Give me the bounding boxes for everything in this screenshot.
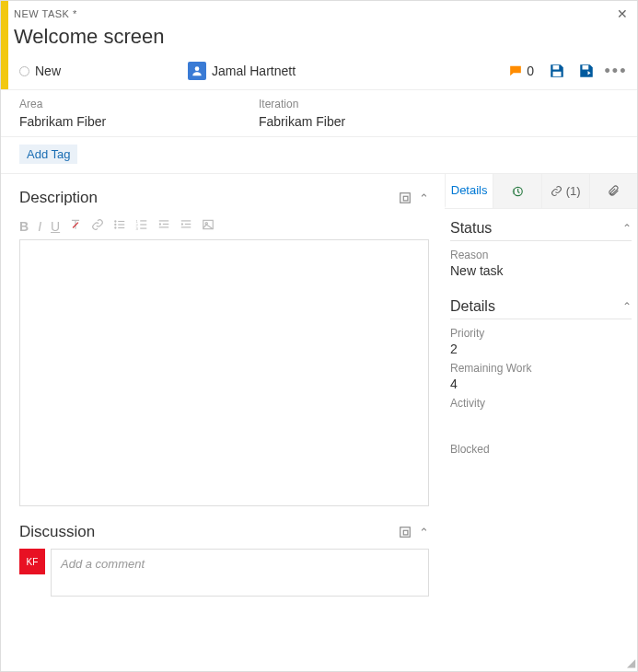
right-tabs: Details (1) [445, 174, 637, 209]
svg-rect-4 [400, 192, 411, 203]
tab-attachments[interactable] [589, 174, 637, 208]
svg-rect-23 [181, 226, 191, 227]
comment-count: 0 [527, 64, 534, 78]
work-item-title[interactable]: Welcome screen [14, 25, 624, 49]
svg-rect-15 [140, 220, 146, 221]
right-column: Details (1) Status ⌃ Reason New task Det… [444, 174, 637, 611]
resize-handle[interactable]: ◢ [627, 656, 635, 669]
header-toolbar: ••• [549, 63, 624, 79]
more-actions-button[interactable]: ••• [608, 63, 624, 79]
svg-point-7 [114, 224, 116, 226]
history-icon [511, 185, 524, 198]
activity-value[interactable] [450, 411, 632, 426]
current-user-avatar: KF [19, 549, 45, 574]
assignee-name: Jamal Hartnett [212, 64, 296, 78]
comments-indicator[interactable]: 0 [508, 64, 534, 78]
assigned-to-field[interactable]: Jamal Hartnett [188, 62, 503, 80]
remaining-work-value[interactable]: 4 [450, 377, 632, 391]
save-button[interactable] [549, 63, 565, 79]
area-value: Fabrikam Fiber [19, 114, 222, 129]
svg-rect-2 [553, 72, 562, 76]
collapse-details-button[interactable]: ⌃ [622, 300, 632, 313]
svg-text:3: 3 [136, 226, 139, 231]
svg-rect-27 [403, 530, 408, 535]
links-count: (1) [566, 184, 581, 198]
svg-rect-11 [118, 227, 124, 228]
maximize-discussion-icon[interactable] [399, 526, 412, 539]
reason-label: Reason [450, 249, 632, 261]
details-section: Details ⌃ Priority 2 Remaining Work 4 Ac… [445, 287, 637, 459]
tab-history[interactable] [493, 174, 540, 208]
reason-value[interactable]: New task [450, 263, 632, 278]
svg-rect-19 [163, 224, 168, 225]
work-item-body: Description ⌃ B I U 123 [1, 174, 637, 611]
svg-rect-5 [403, 196, 408, 201]
classification-row: Area Fabrikam Fiber Iteration Fabrikam F… [1, 89, 637, 137]
iteration-value: Fabrikam Fiber [259, 114, 461, 129]
tab-details[interactable]: Details [445, 174, 493, 208]
svg-rect-1 [553, 65, 560, 70]
add-tag-button[interactable]: Add Tag [19, 145, 77, 164]
italic-button[interactable]: I [38, 219, 41, 234]
underline-button[interactable]: U [51, 219, 60, 234]
state-indicator-icon [19, 66, 29, 76]
iteration-field[interactable]: Iteration Fabrikam Fiber [259, 98, 461, 129]
collapse-status-button[interactable]: ⌃ [622, 222, 632, 235]
svg-rect-21 [181, 220, 191, 221]
close-button[interactable]: ✕ [617, 6, 628, 21]
comment-input[interactable]: Add a comment [51, 549, 429, 597]
svg-rect-22 [185, 224, 191, 225]
description-title: Description [19, 189, 98, 207]
area-field[interactable]: Area Fabrikam Fiber [19, 98, 222, 129]
numbered-list-button[interactable]: 123 [135, 218, 148, 234]
discussion-compose: KF Add a comment [19, 549, 429, 597]
left-column: Description ⌃ B I U 123 [1, 174, 444, 611]
link-button[interactable] [91, 218, 104, 234]
state-value[interactable]: New [35, 64, 182, 78]
status-section-title: Status [450, 220, 492, 237]
svg-point-8 [114, 226, 116, 228]
status-section: Status ⌃ Reason New task [445, 209, 637, 287]
description-header: Description ⌃ [19, 189, 429, 207]
assignee-avatar-icon [188, 62, 206, 80]
attachment-icon [608, 185, 620, 197]
work-item-header: ✕ NEW TASK * Welcome screen New Jamal Ha… [1, 1, 637, 89]
svg-rect-18 [159, 220, 169, 221]
maximize-icon[interactable] [399, 191, 412, 204]
svg-rect-17 [140, 228, 146, 229]
svg-rect-10 [118, 224, 124, 225]
svg-point-6 [114, 220, 116, 222]
collapse-discussion-button[interactable]: ⌃ [419, 526, 429, 539]
description-editor[interactable] [19, 239, 429, 506]
details-section-title: Details [450, 298, 495, 315]
priority-value[interactable]: 2 [450, 342, 632, 356]
remaining-work-label: Remaining Work [450, 362, 632, 375]
discussion-header: Discussion ⌃ [19, 523, 429, 541]
comment-icon [508, 64, 523, 77]
meta-row: New Jamal Hartnett 0 ••• [14, 58, 624, 89]
priority-label: Priority [450, 327, 632, 340]
area-label: Area [19, 98, 222, 110]
tags-row: Add Tag [1, 137, 637, 174]
type-color-bar [1, 1, 8, 89]
image-button[interactable] [202, 218, 215, 234]
iteration-label: Iteration [259, 98, 461, 110]
refresh-button[interactable] [578, 63, 595, 79]
svg-rect-20 [159, 226, 169, 227]
discussion-title: Discussion [19, 523, 95, 541]
svg-rect-16 [140, 224, 146, 225]
outdent-button[interactable] [157, 218, 170, 234]
clear-format-button[interactable] [69, 218, 82, 234]
svg-rect-26 [400, 527, 411, 537]
rich-text-toolbar: B I U 123 [19, 214, 429, 239]
blocked-label: Blocked [450, 443, 632, 456]
bullet-list-button[interactable] [113, 218, 126, 234]
svg-rect-3 [583, 65, 589, 70]
links-icon [551, 185, 563, 197]
svg-rect-9 [118, 221, 124, 222]
bold-button[interactable]: B [19, 219, 29, 234]
activity-label: Activity [450, 397, 632, 410]
collapse-description-button[interactable]: ⌃ [419, 191, 429, 205]
tab-links[interactable]: (1) [541, 174, 589, 208]
indent-button[interactable] [180, 218, 192, 234]
